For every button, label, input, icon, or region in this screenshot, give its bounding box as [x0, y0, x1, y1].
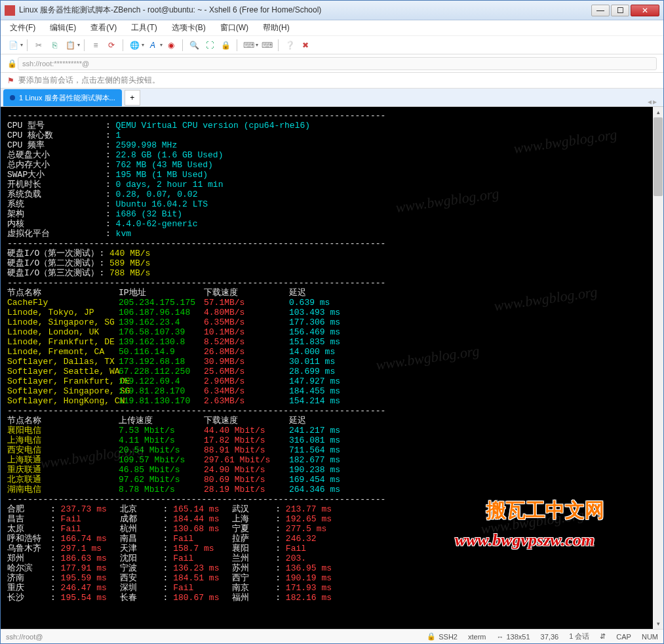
hint-text: 要添加当前会话，点击左侧的箭头按钮。: [18, 75, 160, 86]
address-input[interactable]: [18, 57, 657, 70]
lock-button[interactable]: 🔒: [218, 38, 233, 52]
dropdown-icon[interactable]: ▾: [142, 42, 144, 48]
app-window: Linux 服务器性能测试脚本-ZBench - root@ubuntu: ~ …: [0, 0, 664, 644]
tab-nav: ◂ ▸: [648, 97, 657, 106]
dropdown-icon[interactable]: ▾: [77, 42, 80, 48]
keyboard-button[interactable]: ⌨: [241, 38, 256, 52]
scrollbar-thumb[interactable]: [654, 117, 663, 196]
font-button[interactable]: A: [146, 38, 160, 52]
menu-view[interactable]: 查看(V): [88, 21, 119, 35]
find-button[interactable]: 🔍: [187, 38, 201, 52]
new-tab-button[interactable]: +: [125, 90, 140, 106]
menu-edit[interactable]: 编辑(E): [47, 21, 79, 35]
paste-button[interactable]: 📋: [63, 38, 77, 52]
status-size: ↔138x51: [497, 633, 530, 641]
separator: [237, 39, 237, 51]
menu-tab[interactable]: 选项卡(B): [169, 21, 208, 35]
terminal-output[interactable]: ----------------------------------------…: [1, 107, 663, 629]
addressbar: 🔒: [1, 54, 663, 73]
menu-window[interactable]: 窗口(W): [218, 21, 251, 35]
titlebar[interactable]: Linux 服务器性能测试脚本-ZBench - root@ubuntu: ~ …: [1, 1, 663, 20]
status-term: xterm: [468, 633, 486, 641]
status-cap: CAP: [616, 633, 631, 641]
tabbar: 1 Linux 服务器性能测试脚本... + ◂ ▸: [1, 89, 663, 107]
close-session-button[interactable]: ✖: [298, 38, 313, 52]
status-sessions: 1 会话: [569, 632, 589, 641]
menu-help[interactable]: 帮助(H): [260, 21, 292, 35]
new-session-button[interactable]: 📄: [6, 38, 20, 52]
close-button[interactable]: ✕: [631, 5, 659, 16]
window-title: Linux 服务器性能测试脚本-ZBench - root@ubuntu: ~ …: [19, 5, 591, 16]
tab-label: 1 Linux 服务器性能测试脚本...: [19, 93, 115, 103]
dropdown-icon[interactable]: ▾: [256, 42, 258, 48]
status-num: NUM: [642, 633, 658, 641]
help-button[interactable]: ❔: [283, 38, 297, 52]
separator: [278, 39, 279, 51]
hint-bar: ⚑ 要添加当前会话，点击左侧的箭头按钮。: [1, 73, 663, 89]
tab-session-1[interactable]: 1 Linux 服务器性能测试脚本...: [3, 89, 122, 106]
toolbar: 📄▾ ✂ ⎘ 📋▾ ≡ ⟳ 🌐▾ A▾ ◉ 🔍 ⛶ 🔒 ⌨▾ ⌨ ❔ ✖: [1, 36, 663, 54]
copy-button[interactable]: ⎘: [47, 38, 62, 52]
terminal-pane[interactable]: ----------------------------------------…: [1, 107, 663, 629]
dropdown-icon[interactable]: ▾: [20, 42, 23, 48]
record-button[interactable]: ◉: [164, 38, 178, 52]
keymap-button[interactable]: ⌨: [260, 38, 274, 52]
status-updown-icon[interactable]: ⇵: [600, 632, 606, 641]
scrollbar[interactable]: ▴ ▾: [653, 107, 663, 629]
scroll-up-icon[interactable]: ▴: [653, 107, 663, 117]
scroll-down-icon[interactable]: ▾: [653, 618, 663, 629]
reconnect-button[interactable]: ⟳: [104, 38, 119, 52]
menu-tools[interactable]: 工具(T): [128, 21, 159, 35]
statusbar: ssh://root@ 🔒SSH2 xterm ↔138x51 37,36 1 …: [1, 629, 663, 643]
lock-icon: 🔒: [7, 59, 17, 68]
fullscreen-button[interactable]: ⛶: [203, 38, 217, 52]
separator: [123, 39, 123, 51]
separator: [182, 39, 183, 51]
properties-button[interactable]: ≡: [88, 38, 103, 52]
overlay-brand: 搬瓦工中文网: [486, 497, 604, 524]
tab-indicator-icon: [10, 95, 15, 100]
tab-prev-icon[interactable]: ◂: [648, 97, 652, 106]
window-controls: — ☐ ✕: [591, 5, 659, 16]
menu-file[interactable]: 文件(F): [7, 21, 38, 35]
status-cursor: 37,36: [541, 633, 559, 641]
maximize-button[interactable]: ☐: [611, 5, 629, 16]
flag-icon: ⚑: [7, 76, 14, 85]
cut-button[interactable]: ✂: [31, 38, 46, 52]
status-connection: ssh://root@: [6, 633, 416, 641]
dropdown-icon[interactable]: ▾: [160, 42, 163, 48]
minimize-button[interactable]: —: [591, 5, 610, 16]
globe-button[interactable]: 🌐: [127, 38, 142, 52]
tab-next-icon[interactable]: ▸: [653, 97, 657, 106]
app-icon: [5, 5, 15, 16]
separator: [84, 39, 85, 51]
status-protocol: 🔒SSH2: [427, 632, 458, 641]
overlay-url: www.bwgvpszw.com: [455, 531, 595, 550]
separator: [27, 39, 28, 51]
menubar: 文件(F) 编辑(E) 查看(V) 工具(T) 选项卡(B) 窗口(W) 帮助(…: [1, 20, 663, 36]
